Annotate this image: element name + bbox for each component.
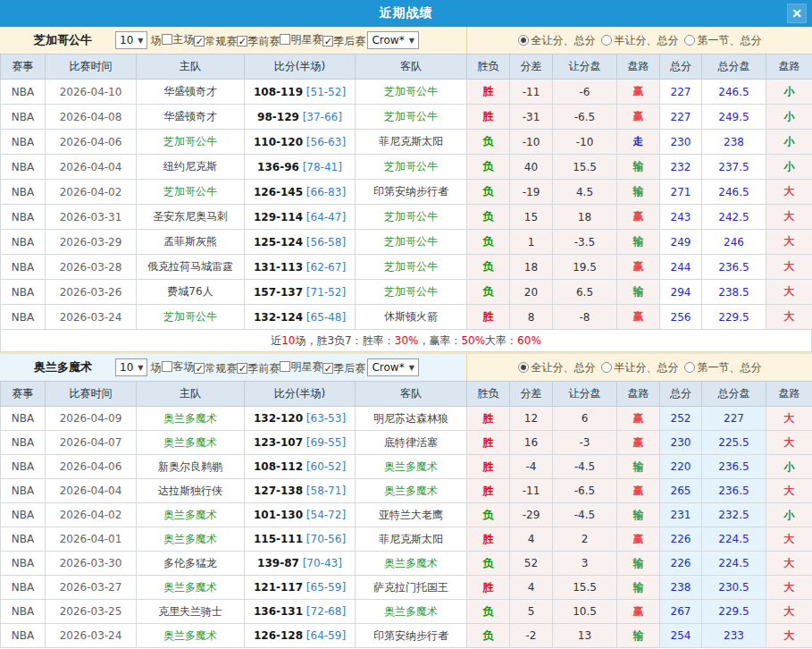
cell-away-team: 奥兰多魔术 xyxy=(356,552,467,576)
cell-win-loss: 负 xyxy=(467,230,510,255)
cell-total-line: 246.5 xyxy=(702,80,766,105)
cell-date: 2026-03-28 xyxy=(46,255,137,280)
recent-results-popup: 近期战绩 ✕ 芝加哥公牛 10 ▼ 场 主场✓常规赛✓季前赛明星赛✓季后赛 Cr… xyxy=(0,0,812,649)
radio-label: 第一节、总分 xyxy=(698,33,762,48)
filter-checkbox-季前赛[interactable]: ✓季前赛 xyxy=(237,361,280,376)
half-score: [54-72] xyxy=(303,509,346,521)
cell-handicap-line: -6 xyxy=(553,80,617,105)
cell-win-loss: 胜 xyxy=(467,80,510,105)
half-score: [58-71] xyxy=(303,485,346,497)
cell-date: 2026-04-02 xyxy=(46,180,137,205)
radio-option-全让分、总分[interactable]: 全让分、总分 xyxy=(518,33,596,48)
filter-bar: 芝加哥公牛 10 ▼ 场 主场✓常规赛✓季前赛明星赛✓季后赛 Crow* ▼ 全… xyxy=(0,27,812,54)
checkbox-unchecked-icon xyxy=(280,361,290,372)
radio-option-半让分、总分[interactable]: 半让分、总分 xyxy=(601,360,679,375)
team-section-bulls: 芝加哥公牛 10 ▼ 场 主场✓常规赛✓季前赛明星赛✓季后赛 Crow* ▼ 全… xyxy=(0,27,812,352)
cell-total-points: 265 xyxy=(660,479,702,503)
cell-total-points: 243 xyxy=(660,205,702,230)
cell-home-team: 新奥尔良鹈鹕 xyxy=(137,455,245,479)
cell-away-team: 萨克拉门托国王 xyxy=(356,576,467,600)
column-header: 客队 xyxy=(356,55,467,80)
games-count-select[interactable]: 10 ▼ xyxy=(115,358,147,376)
cell-away-team: 芝加哥公牛 xyxy=(356,230,467,255)
full-score: 132-120 xyxy=(254,412,303,425)
cell-over-under: 大 xyxy=(766,431,812,455)
cell-home-team: 克里夫兰骑士 xyxy=(137,600,245,624)
cell-date: 2026-04-04 xyxy=(46,155,137,180)
cell-date: 2026-04-01 xyxy=(46,527,137,552)
cell-away-team: 奥兰多魔术 xyxy=(356,455,467,479)
filter-left: 芝加哥公牛 10 ▼ 场 主场✓常规赛✓季前赛明星赛✓季后赛 Crow* ▼ xyxy=(0,27,467,54)
filter-checkbox-明星赛[interactable]: 明星赛 xyxy=(280,32,322,47)
cell-score: 126-128 [64-59] xyxy=(245,624,356,648)
cell-away-team: 菲尼克斯太阳 xyxy=(356,527,467,552)
radio-option-全让分、总分[interactable]: 全让分、总分 xyxy=(518,360,596,375)
filter-bar: 奥兰多魔术 10 ▼ 场 客场✓常规赛✓季前赛明星赛✓季后赛 Crow* ▼ 全… xyxy=(0,352,812,381)
summary-text: 大率： xyxy=(485,333,517,349)
cell-over-under: 小 xyxy=(766,503,812,527)
cell-home-team: 华盛顿奇才 xyxy=(137,105,245,130)
cell-score: 108-119 [51-52] xyxy=(245,80,356,105)
cell-total-line: 229.5 xyxy=(702,305,766,330)
filter-checkbox-主场[interactable]: 主场 xyxy=(162,32,194,47)
filter-checkbox-明星赛[interactable]: 明星赛 xyxy=(280,359,322,375)
filter-checkbox-季前赛[interactable]: ✓季前赛 xyxy=(237,34,280,49)
table-row: NBA2026-04-10华盛顿奇才108-119 [51-52]芝加哥公牛胜-… xyxy=(1,80,812,105)
half-score: [72-68] xyxy=(303,605,346,618)
full-score: 131-113 xyxy=(254,261,303,274)
filter-checkbox-季后赛[interactable]: ✓季后赛 xyxy=(322,361,365,376)
cell-total-line: 225.5 xyxy=(702,431,766,455)
radio-option-第一节、总分[interactable]: 第一节、总分 xyxy=(684,33,762,48)
cell-total-line: 236.5 xyxy=(702,455,766,479)
cell-date: 2026-03-30 xyxy=(46,552,137,576)
cell-total-line: 242.5 xyxy=(702,205,766,230)
cell-over-under: 大 xyxy=(766,552,812,576)
summary-value: 30% xyxy=(395,334,419,347)
half-score: [56-63] xyxy=(303,136,346,148)
close-button[interactable]: ✕ xyxy=(787,4,807,23)
odds-company-select[interactable]: Crow* ▼ xyxy=(367,31,418,49)
cell-handicap-result: 输 xyxy=(617,230,660,255)
cell-date: 2026-04-07 xyxy=(46,431,137,455)
full-score: 110-120 xyxy=(254,136,303,148)
cell-away-team: 芝加哥公牛 xyxy=(356,80,467,105)
radio-option-第一节、总分[interactable]: 第一节、总分 xyxy=(684,360,762,375)
filter-checkbox-常规赛[interactable]: ✓常规赛 xyxy=(194,34,237,49)
cell-handicap-result: 赢 xyxy=(617,479,660,503)
cell-point-diff: -11 xyxy=(510,479,553,503)
summary-text: ，赢率： xyxy=(418,333,461,349)
cell-point-diff: 5 xyxy=(510,600,553,624)
cell-win-loss: 胜 xyxy=(467,479,510,503)
cell-point-diff: -10 xyxy=(510,130,553,155)
checkbox-label: 季前赛 xyxy=(247,34,280,49)
results-table-bulls: 赛事比赛时间主队比分(半场)客队胜负分差让分盘盘路总分总分盘盘路 NBA2026… xyxy=(0,54,812,330)
cell-away-team: 芝加哥公牛 xyxy=(356,105,467,130)
cell-handicap-result: 输 xyxy=(617,503,660,527)
cell-total-points: 227 xyxy=(660,105,702,130)
cell-win-loss: 负 xyxy=(467,552,510,576)
radio-option-半让分、总分[interactable]: 半让分、总分 xyxy=(601,33,679,48)
cell-handicap-line: 13 xyxy=(553,624,617,648)
checkbox-label: 常规赛 xyxy=(205,34,237,49)
filter-checkbox-常规赛[interactable]: ✓常规赛 xyxy=(194,361,237,376)
cell-league: NBA xyxy=(1,130,46,155)
filter-checkbox-客场[interactable]: 客场 xyxy=(162,359,194,375)
cell-score: 157-137 [71-52] xyxy=(245,280,356,305)
full-score: 136-96 xyxy=(257,161,299,173)
full-score: 108-112 xyxy=(254,460,303,473)
games-count-select[interactable]: 10 ▼ xyxy=(115,31,147,49)
cell-win-loss: 负 xyxy=(467,255,510,280)
full-score: 115-111 xyxy=(254,533,303,545)
cell-home-team: 达拉斯独行侠 xyxy=(137,479,245,503)
cell-point-diff: 16 xyxy=(510,431,553,455)
cell-league: NBA xyxy=(1,230,46,255)
table-row: NBA2026-03-31圣安东尼奥马刺129-114 [64-47]芝加哥公牛… xyxy=(1,205,812,230)
cell-handicap-result: 赢 xyxy=(617,205,660,230)
cell-away-team: 菲尼克斯太阳 xyxy=(356,130,467,155)
filter-checkbox-季后赛[interactable]: ✓季后赛 xyxy=(322,34,365,49)
odds-company-select[interactable]: Crow* ▼ xyxy=(367,358,418,376)
column-header: 主队 xyxy=(137,55,245,80)
column-header: 客队 xyxy=(356,382,467,407)
cell-over-under: 大 xyxy=(766,624,812,648)
cell-handicap-result: 赢 xyxy=(617,527,660,552)
